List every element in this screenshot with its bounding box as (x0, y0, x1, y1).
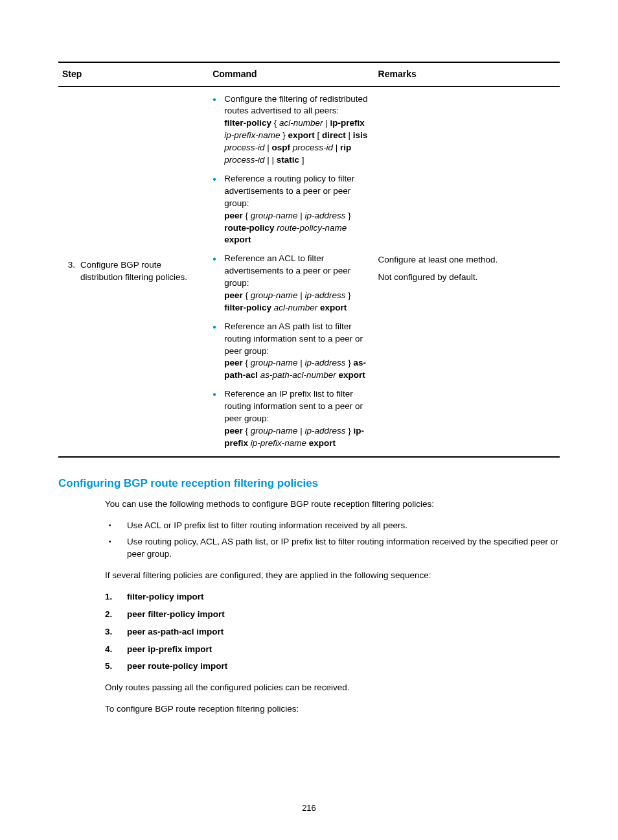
command-intro: Reference an ACL to filter advertisement… (224, 253, 370, 290)
list-number: 4. (105, 644, 120, 656)
list-label: peer ip-prefix import (127, 644, 212, 654)
list-number: 3. (105, 626, 120, 638)
section-title: Configuring BGP route reception filterin… (58, 476, 560, 491)
numbered-list: 1.filter-policy import2.peer filter-poli… (105, 591, 560, 673)
list-item: 2.peer filter-policy import (105, 609, 560, 621)
command-syntax: peer { group-name | ip-address } route-p… (224, 210, 370, 247)
command-item: Reference an ACL to filter advertisement… (212, 253, 370, 314)
list-item: Use routing policy, ACL, AS path list, o… (105, 536, 560, 561)
list-label: peer route-policy import (127, 661, 227, 671)
command-intro: Reference an IP prefix list to filter ro… (224, 388, 370, 425)
list-number: 1. (105, 591, 120, 603)
th-command: Command (209, 62, 374, 86)
list-number: 5. (105, 660, 120, 673)
paragraph: To configure BGP route reception filteri… (105, 703, 560, 716)
list-item: Use ACL or IP prefix list to filter rout… (105, 520, 560, 532)
page-number: 216 (0, 802, 618, 814)
command-intro: Reference a routing policy to filter adv… (224, 173, 370, 210)
th-step: Step (58, 62, 209, 86)
list-label: peer as-path-acl import (127, 627, 223, 636)
list-label: filter-policy import (127, 592, 204, 601)
th-remarks: Remarks (374, 62, 560, 86)
table-row: 3.Configure BGP route distribution filte… (58, 86, 560, 457)
paragraph: If several filtering policies are config… (105, 570, 560, 582)
command-list: Configure the filtering of redistributed… (212, 93, 370, 450)
step-number: 3. (62, 259, 80, 272)
command-syntax: peer { group-name | ip-address } as-path… (224, 357, 370, 382)
list-item: 3.peer as-path-acl import (105, 626, 560, 638)
remark-text: Not configured by default. (378, 272, 556, 284)
command-item: Reference an IP prefix list to filter ro… (212, 388, 370, 449)
remark-text: Configure at least one method. (378, 254, 556, 266)
paragraph: You can use the following methods to con… (105, 498, 560, 511)
command-item: Reference a routing policy to filter adv… (212, 173, 370, 246)
bullet-list: Use ACL or IP prefix list to filter rout… (105, 520, 560, 561)
page: Step Command Remarks 3.Configure BGP rou… (0, 0, 618, 840)
command-syntax: filter-policy { acl-number | ip-prefix i… (224, 117, 370, 167)
list-item: 4.peer ip-prefix import (105, 644, 560, 656)
paragraph: Only routes passing all the configured p… (105, 682, 560, 694)
command-syntax: peer { group-name | ip-address } ip-pref… (224, 425, 370, 450)
list-number: 2. (105, 609, 120, 621)
commands-table: Step Command Remarks 3.Configure BGP rou… (58, 62, 560, 458)
remarks-cell: Configure at least one method. Not confi… (374, 86, 560, 457)
list-item: 1.filter-policy import (105, 591, 560, 603)
command-item: Configure the filtering of redistributed… (212, 93, 370, 167)
command-intro: Configure the filtering of redistributed… (224, 93, 370, 118)
step-text: Configure BGP route distribution filteri… (80, 259, 202, 284)
section-body: You can use the following methods to con… (105, 498, 560, 716)
list-item: 5.peer route-policy import (105, 660, 560, 673)
command-item: Reference an AS path list to filter rout… (212, 321, 370, 382)
command-syntax: peer { group-name | ip-address } filter-… (224, 290, 370, 314)
command-intro: Reference an AS path list to filter rout… (224, 321, 370, 358)
list-label: peer filter-policy import (127, 609, 225, 619)
